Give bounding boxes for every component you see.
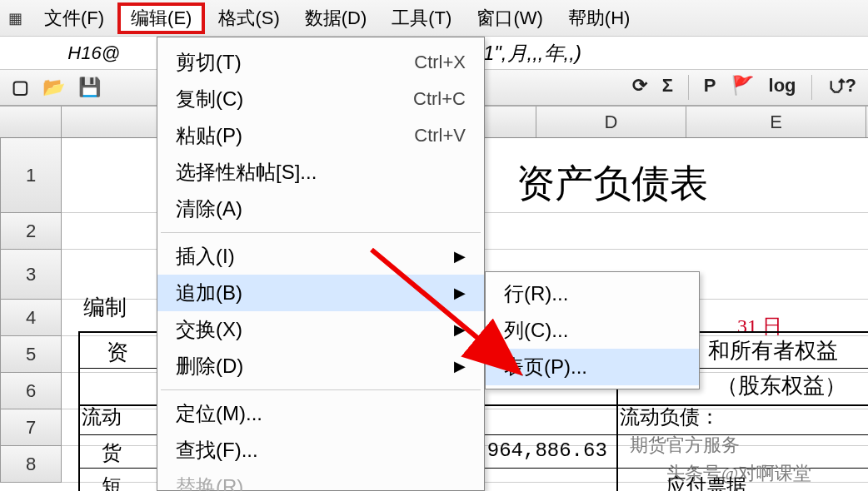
label-current-assets: 流动 bbox=[82, 404, 122, 430]
col-c[interactable] bbox=[478, 107, 536, 137]
separator bbox=[161, 389, 481, 390]
col-d[interactable]: D bbox=[536, 107, 686, 137]
row-head-7[interactable]: 7 bbox=[0, 409, 62, 446]
row-head-6[interactable]: 6 bbox=[0, 373, 62, 409]
refresh-icon[interactable]: ⟳ bbox=[632, 75, 647, 100]
log-button[interactable]: log bbox=[769, 75, 796, 100]
menu-edit[interactable]: 编辑(E) bbox=[117, 2, 205, 34]
divider bbox=[811, 75, 812, 100]
menu-help[interactable]: 帮助(H) bbox=[556, 2, 642, 34]
menu-paste[interactable]: 粘贴(P) Ctrl+V bbox=[157, 117, 484, 154]
formula-tail: 1",月,,,年,,) bbox=[483, 40, 581, 67]
menu-goto[interactable]: 定位(M)... bbox=[157, 395, 484, 432]
sheet-title: 资产负债表 bbox=[516, 158, 708, 210]
row-head-5[interactable]: 5 bbox=[0, 336, 62, 373]
label-r8-right: 应付票据 bbox=[666, 473, 746, 491]
chevron-right-icon: ▶ bbox=[454, 320, 466, 339]
menu-format[interactable]: 格式(S) bbox=[207, 2, 291, 34]
select-all-corner[interactable] bbox=[0, 107, 62, 137]
submenu-sheet[interactable]: 表页(P)... bbox=[486, 349, 699, 385]
label-r8-left: 短 bbox=[102, 473, 122, 491]
divider bbox=[688, 75, 689, 100]
chevron-right-icon: ▶ bbox=[454, 357, 466, 375]
row-head-8[interactable]: 8 bbox=[0, 446, 62, 483]
label-compiler: 编制 bbox=[83, 293, 127, 322]
save-icon[interactable]: 💾 bbox=[78, 77, 101, 98]
submenu-column[interactable]: 列(C)... bbox=[486, 312, 699, 349]
chevron-right-icon: ▶ bbox=[454, 284, 466, 302]
menu-swap[interactable]: 交换(X) ▶ bbox=[157, 311, 484, 348]
pointer-help-icon[interactable]: ⮍? bbox=[827, 75, 856, 100]
flag-icon[interactable]: 🚩 bbox=[731, 75, 754, 100]
label-owners-head: 和所有者权益 bbox=[708, 336, 838, 365]
new-icon[interactable]: ▢ bbox=[12, 77, 29, 98]
menu-insert[interactable]: 插入(I) ▶ bbox=[157, 238, 484, 275]
menu-file[interactable]: 文件(F) bbox=[32, 2, 116, 34]
row-head-1[interactable]: 1 bbox=[0, 138, 62, 213]
chevron-right-icon: ▶ bbox=[454, 247, 466, 265]
sigma-icon[interactable]: Σ bbox=[662, 75, 673, 100]
open-icon[interactable]: 📂 bbox=[42, 77, 65, 98]
watermark: 期货官方服务 bbox=[630, 433, 740, 458]
menu-data[interactable]: 数据(D) bbox=[293, 2, 379, 34]
row-head-2[interactable]: 2 bbox=[0, 213, 62, 250]
append-submenu: 行(R)... 列(C)... 表页(P)... bbox=[485, 271, 700, 389]
name-box[interactable]: H16@ bbox=[0, 42, 133, 64]
menu-delete[interactable]: 删除(D) ▶ bbox=[157, 348, 484, 384]
menu-find[interactable]: 查找(F)... bbox=[157, 432, 484, 469]
menubar: ▦ 文件(F) 编辑(E) 格式(S) 数据(D) 工具(T) 窗口(W) 帮助… bbox=[0, 0, 868, 37]
separator bbox=[161, 232, 481, 233]
submenu-row[interactable]: 行(R)... bbox=[486, 275, 699, 312]
menu-clear[interactable]: 清除(A) bbox=[157, 191, 484, 227]
row-head-4[interactable]: 4 bbox=[0, 300, 62, 336]
p-button[interactable]: P bbox=[704, 75, 716, 100]
col-e[interactable]: E bbox=[686, 107, 866, 137]
row-head-3[interactable]: 3 bbox=[0, 250, 62, 300]
label-assets-head: 资 bbox=[107, 338, 128, 367]
label-cash: 货 bbox=[102, 439, 122, 466]
edit-menu-dropdown: 剪切(T) Ctrl+X 复制(C) Ctrl+C 粘贴(P) Ctrl+V 选… bbox=[157, 37, 485, 491]
label-current-liab: 流动负债： bbox=[620, 404, 720, 430]
menu-cut[interactable]: 剪切(T) Ctrl+X bbox=[157, 44, 484, 81]
menu-paste-special[interactable]: 选择性粘帖[S]... bbox=[157, 154, 484, 191]
label-owners-sub: （股东权益） bbox=[716, 371, 846, 400]
menu-append[interactable]: 追加(B) ▶ bbox=[157, 275, 484, 311]
menu-window[interactable]: 窗口(W) bbox=[465, 2, 554, 34]
menu-tools[interactable]: 工具(T) bbox=[380, 2, 463, 34]
menu-replace: 替换(R) bbox=[157, 469, 484, 491]
menu-copy[interactable]: 复制(C) Ctrl+C bbox=[157, 81, 484, 117]
vr bbox=[78, 331, 80, 491]
app-icon: ▦ bbox=[8, 9, 22, 27]
